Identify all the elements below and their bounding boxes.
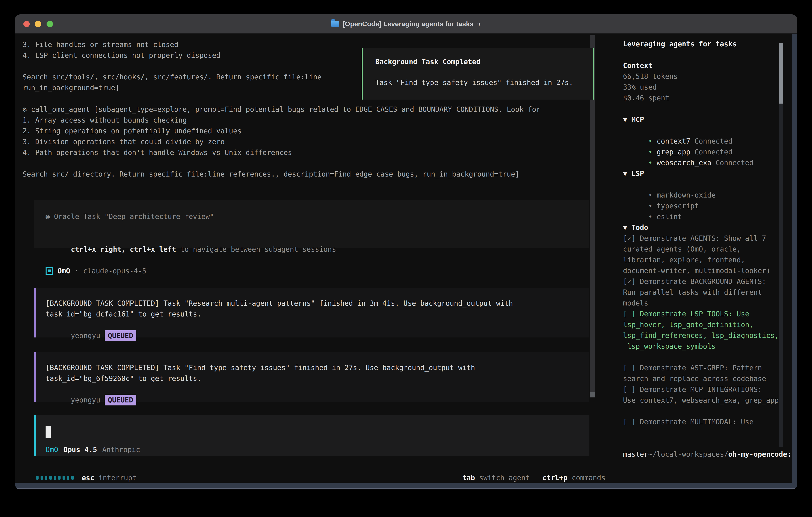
tool-call-line: ⚙ call_omo_agent [subagent_type=explore,…: [23, 104, 541, 115]
todo-line-active: lsp_hover, lsp_goto_definition,: [623, 319, 753, 330]
status-badge: QUEUED: [105, 330, 136, 341]
todo-line-done: models: [623, 298, 648, 308]
task-footer: yeongyuQUEUED: [46, 384, 136, 416]
todo-line-done: [✓] Demonstrate BACKGROUND AGENTS:: [623, 276, 766, 287]
omo-agent-icon: [46, 267, 53, 275]
main-scrollbar-thumb[interactable]: [590, 392, 595, 398]
lsp-name: eslint: [657, 213, 682, 221]
tab-key: tab: [462, 472, 475, 483]
bullet-icon: •: [648, 213, 652, 221]
todo-line-pending: [ ] Demonstrate AST-GREP: Pattern: [623, 362, 762, 373]
folder-icon: [331, 21, 339, 27]
sidebar-scrollbar-thumb[interactable]: [779, 43, 783, 104]
workspace-dir: ~/local-workspaces/: [648, 450, 728, 458]
context-tokens: 66,518 tokens: [623, 71, 678, 82]
workspace-branch: master: [623, 449, 648, 460]
mcp-section-heading[interactable]: ▼ MCP: [623, 114, 644, 125]
context-spent: $0.46 spent: [623, 92, 669, 103]
task-message-line: task_id="bg_dcfac161" to get results.: [46, 309, 201, 320]
todo-line-done: Run parallel tasks with different: [623, 287, 762, 298]
window-edge-right: [792, 34, 797, 489]
terminal-line: 2. String operations on potentially unde…: [23, 126, 241, 136]
terminal-line: 1. Array access without bounds checking: [23, 115, 187, 126]
todo-line-active: [ ] Demonstrate LSP TOOLS: Use: [623, 308, 749, 319]
separator-dot: ·: [75, 266, 79, 276]
terminal-line: 4. Path operations that don't handle Win…: [23, 147, 292, 158]
terminal-line: Search src/tools/, src/hooks/, src/featu…: [23, 72, 321, 82]
terminal-line: run_in_background=true]: [23, 82, 119, 93]
window-title-text: [OpenCode] Leveraging agents for tasks: [343, 20, 473, 28]
bullet-icon: •: [648, 159, 652, 167]
todo-section-heading[interactable]: ▼ Todo: [623, 222, 648, 233]
desktop: [OpenCode] Leveraging agents for tasks ◑…: [0, 0, 812, 517]
close-button[interactable]: [23, 21, 30, 27]
todo-line-done: curated agents (OmO, oracle,: [623, 244, 741, 254]
spinner-dots-icon: [36, 476, 74, 480]
mcp-name: websearch_exa: [657, 159, 712, 167]
shortcut-label: to navigate between subagent sessions: [176, 245, 336, 253]
terminal-window: [OpenCode] Leveraging agents for tasks ◑…: [15, 15, 797, 489]
task-message-line: [BACKGROUND TASK COMPLETED] Task "Resear…: [46, 298, 513, 309]
todo-line-done: librarian, explore, frontend,: [623, 254, 745, 265]
status-bar-right: tab switch agent ctrl+p commands: [462, 472, 605, 483]
esc-key: esc: [82, 474, 94, 482]
agent-name: OmO: [58, 266, 70, 276]
task-user: yeongyu: [71, 332, 100, 340]
titlebar[interactable]: [OpenCode] Leveraging agents for tasks ◑: [15, 15, 797, 34]
minimize-button[interactable]: [35, 21, 41, 27]
tab-label: switch agent: [479, 472, 530, 483]
status-bar-left: escinterrupt: [36, 472, 137, 483]
context-heading: Context: [623, 60, 652, 71]
todo-line-done: document-writer, multimodal-looker): [623, 265, 771, 276]
terminal-line: 4. LSP client connections not properly d…: [23, 50, 221, 61]
session-title: Leveraging agents for tasks: [623, 38, 737, 49]
background-task-toast[interactable]: Background Task Completed Task "Find typ…: [361, 48, 594, 100]
esc-hint: escinterrupt: [82, 472, 137, 483]
model-indicator[interactable]: OmO Opus 4.5 Anthropic: [46, 444, 140, 455]
lsp-section-heading[interactable]: ▼ LSP: [623, 168, 644, 179]
commands-label: commands: [572, 472, 605, 483]
shortcut-keys: ctrl+x right, ctrl+x left: [71, 245, 176, 253]
mcp-status: Connected: [716, 159, 753, 167]
agent-header: OmO · claude-opus-4-5: [46, 266, 146, 276]
task-message-line: task_id="bg_6f59260c" to get results.: [46, 373, 201, 384]
workspace-repo: oh-my-opencode:: [728, 450, 791, 458]
context-used: 33% used: [623, 82, 657, 92]
todo-line-active: lsp_workspace_symbols: [623, 341, 716, 352]
subagent-shortcut-hint: ctrl+x right, ctrl+x left to navigate be…: [46, 233, 336, 266]
active-model: Opus 4.5: [63, 444, 97, 455]
model-provider: Anthropic: [102, 444, 140, 455]
window-edge-bottom: [15, 483, 797, 489]
terminal-line: 3. File handles or streams not closed: [23, 39, 178, 50]
terminal-line: 3. Division operations that could divide…: [23, 136, 225, 147]
maximize-button[interactable]: [47, 21, 53, 27]
oracle-task-header: ◉ Oracle Task "Deep architecture review": [46, 211, 214, 222]
todo-line-pending: search and replace across codebase: [623, 373, 766, 384]
task-message-line: [BACKGROUND TASK COMPLETED] Task "Find t…: [46, 362, 475, 373]
session-state-icon: ◑: [477, 20, 481, 28]
text-cursor: [46, 426, 51, 438]
task-footer: yeongyuQUEUED: [46, 320, 136, 352]
esc-label: interrupt: [98, 474, 137, 482]
status-badge: QUEUED: [105, 394, 136, 405]
sidebar-scrollbar[interactable]: [779, 43, 783, 447]
todo-line-done: [✓] Demonstrate AGENTS: Show all 7: [623, 233, 766, 244]
toast-title: Background Task Completed: [375, 56, 481, 67]
terminal-line: Search src/ directory. Return specific f…: [23, 169, 519, 180]
todo-line-active: lsp_find_references, lsp_diagnostics,: [623, 330, 779, 341]
window-title: [OpenCode] Leveraging agents for tasks ◑: [331, 20, 481, 28]
todo-line-pending: [ ] Demonstrate MCP INTEGRATIONS:: [623, 384, 762, 395]
task-user: yeongyu: [71, 396, 100, 404]
agent-model: claude-opus-4-5: [83, 266, 146, 276]
toast-message: Task "Find type safety issues" finished …: [375, 77, 573, 88]
commands-key: ctrl+p: [542, 472, 568, 483]
todo-line-pending: [ ] Demonstrate MULTIMODAL: Use: [623, 416, 753, 427]
todo-line-pending: Use context7, websearch_exa, grep_app: [623, 395, 779, 406]
active-agent: OmO: [46, 444, 58, 455]
